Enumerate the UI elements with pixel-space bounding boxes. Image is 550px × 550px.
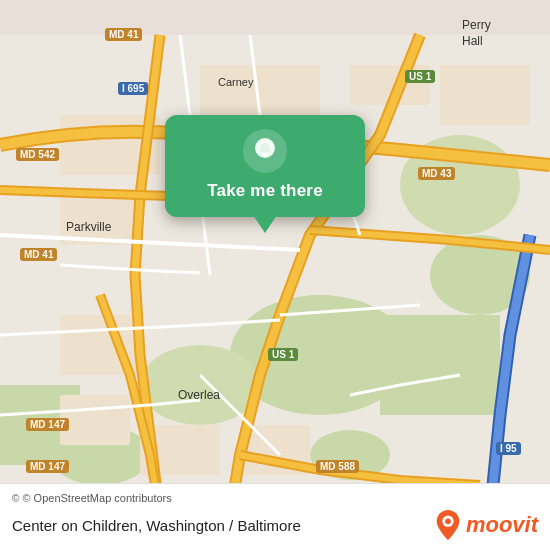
- bottom-bar: © © OpenStreetMap contributors Center on…: [0, 483, 550, 550]
- svg-point-2: [140, 345, 260, 425]
- moovit-pin-icon: [434, 508, 462, 542]
- location-pin-icon: [243, 129, 287, 173]
- svg-rect-15: [60, 395, 130, 445]
- place-perry-hall: PerryHall: [462, 18, 491, 49]
- label-i695: I 695: [118, 82, 148, 95]
- label-md41-left: MD 41: [20, 248, 57, 261]
- svg-rect-3: [380, 315, 500, 415]
- place-carney: Carney: [218, 76, 253, 88]
- label-us1-mid: US 1: [268, 348, 298, 361]
- label-us1-top: US 1: [405, 70, 435, 83]
- label-md588: MD 588: [316, 460, 359, 473]
- label-md41-top: MD 41: [105, 28, 142, 41]
- place-overlea: Overlea: [178, 388, 220, 402]
- label-i95: I 95: [496, 442, 521, 455]
- popup-card: Take me there: [165, 115, 365, 217]
- location-info: Center on Children, Washington / Baltimo…: [12, 508, 538, 542]
- copyright-icon: ©: [12, 493, 19, 504]
- moovit-brand-text: moovit: [466, 512, 538, 538]
- moovit-logo: moovit: [434, 508, 538, 542]
- label-md542: MD 542: [16, 148, 59, 161]
- place-parkville: Parkville: [66, 220, 111, 234]
- label-md43: MD 43: [418, 167, 455, 180]
- svg-point-22: [445, 518, 451, 524]
- label-md147-1: MD 147: [26, 418, 69, 431]
- location-label: Center on Children, Washington / Baltimo…: [12, 517, 301, 534]
- map-attribution: © © OpenStreetMap contributors: [12, 492, 538, 504]
- svg-rect-13: [440, 65, 530, 125]
- map-container: I 695 MD 41 US 1 MD 43 MD 41 US 1 MD 147…: [0, 0, 550, 550]
- take-me-there-button[interactable]: Take me there: [207, 181, 323, 201]
- label-md147-2: MD 147: [26, 460, 69, 473]
